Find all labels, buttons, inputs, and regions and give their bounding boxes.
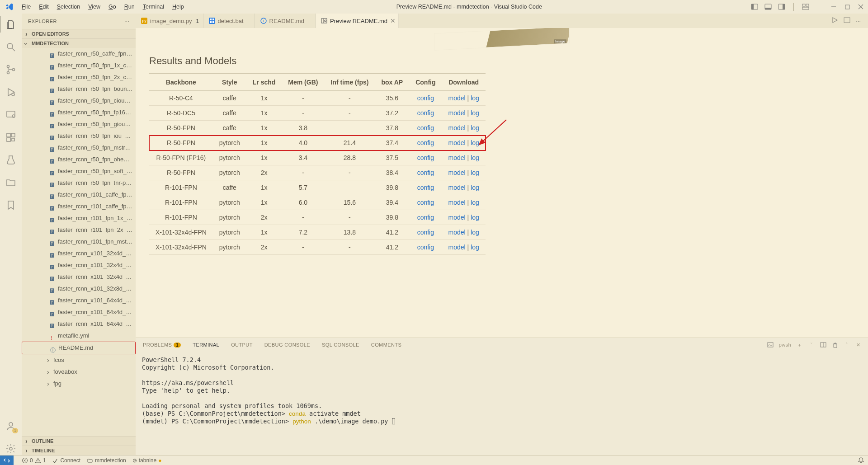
window-maximize-icon[interactable] [844, 3, 851, 10]
testing-icon[interactable] [5, 154, 17, 166]
log-link[interactable]: log [471, 184, 479, 191]
section-timeline[interactable]: TIMELINE [22, 446, 136, 455]
file-item[interactable]: faster_rcnn_x101_64x4d_fpn_2x_c... [22, 306, 136, 318]
file-item[interactable]: faster_rcnn_x101_32x4d_fpn_mstr... [22, 271, 136, 283]
file-item[interactable]: faster_rcnn_r50_fpn_fp16_1x_coc... [22, 107, 136, 118]
explorer-more-icon[interactable]: ··· [124, 19, 129, 24]
model-link[interactable]: model [448, 244, 466, 251]
log-link[interactable]: log [471, 154, 479, 161]
file-item[interactable]: faster_rcnn_r50_fpn_iou_1x_coco.py [22, 130, 136, 142]
config-link[interactable]: config [417, 124, 434, 132]
kill-terminal-icon[interactable] [832, 342, 838, 348]
terminal-content[interactable]: PowerShell 7.2.4 Copyright (c) Microsoft… [136, 352, 868, 455]
log-link[interactable]: log [471, 139, 479, 146]
file-item[interactable]: faster_rcnn_r101_caffe_fpn_mstrai... [22, 201, 136, 212]
status-tabnine[interactable]: ⊚ tabnine ● [132, 457, 162, 464]
config-link[interactable]: config [417, 169, 434, 176]
run-debug-icon[interactable] [5, 86, 17, 99]
settings-gear-icon[interactable] [5, 442, 17, 455]
file-item[interactable]: faster_rcnn_r101_fpn_mstrain_3x_c... [22, 236, 136, 248]
file-readme[interactable]: README.md [22, 342, 136, 354]
folder-item[interactable]: foveabox [22, 366, 136, 378]
account-icon[interactable]: 1 [5, 420, 17, 432]
editor-tab[interactable]: Preview README.md✕ [316, 14, 399, 28]
panel-tab-problems[interactable]: PROBLEMS1 [142, 342, 182, 348]
split-editor-icon[interactable] [844, 17, 850, 25]
model-link[interactable]: model [448, 154, 466, 161]
toggle-panel-bottom-icon[interactable] [764, 3, 772, 10]
file-item[interactable]: faster_rcnn_r50_fpn_mstrain_3x_c... [22, 142, 136, 154]
log-link[interactable]: log [471, 169, 479, 176]
run-icon[interactable] [831, 17, 838, 25]
log-link[interactable]: log [471, 244, 479, 251]
panel-tab-terminal[interactable]: TERMINAL [192, 342, 220, 348]
log-link[interactable]: log [471, 124, 479, 132]
search-icon[interactable] [5, 41, 17, 53]
file-item[interactable]: faster_rcnn_r50_fpn_bounded_iou... [22, 83, 136, 95]
panel-tab-sql-console[interactable]: SQL CONSOLE [321, 342, 360, 348]
file-item[interactable]: faster_rcnn_r101_caffe_fpn_1x_coc... [22, 189, 136, 201]
panel-tab-debug-console[interactable]: DEBUG CONSOLE [264, 342, 311, 348]
file-item[interactable]: faster_rcnn_r50_fpn_2x_coco.py [22, 71, 136, 83]
file-item[interactable]: faster_rcnn_x101_64x4d_fpn_mstr... [22, 318, 136, 330]
toggle-panel-left-icon[interactable] [751, 3, 758, 10]
more-actions-icon[interactable]: ··· [856, 18, 861, 24]
editor-tab[interactable]: pyimage_demo.py1 [136, 14, 203, 28]
file-item[interactable]: faster_rcnn_x101_32x4d_fpn_1x_c... [22, 248, 136, 259]
menu-go[interactable]: Go [105, 2, 120, 12]
file-item[interactable]: faster_rcnn_r50_fpn_giou_1x_coco... [22, 118, 136, 130]
editor-tab[interactable]: iREADME.md [255, 14, 316, 28]
terminal-shell-icon[interactable] [767, 342, 774, 348]
section-workspace[interactable]: MMDETECTION [22, 38, 136, 48]
file-item[interactable]: faster_rcnn_x101_64x4d_fpn_1x_c... [22, 295, 136, 306]
bookmark-icon[interactable] [5, 199, 17, 211]
config-link[interactable]: config [417, 214, 434, 221]
config-link[interactable]: config [417, 94, 434, 102]
panel-tab-output[interactable]: OUTPUT [230, 342, 254, 348]
config-link[interactable]: config [417, 199, 434, 206]
terminal-dropdown-icon[interactable]: ˇ [808, 342, 815, 348]
log-link[interactable]: log [471, 214, 479, 221]
editor-tab[interactable]: detect.bat [203, 14, 255, 28]
remote-explorer-icon[interactable] [5, 108, 17, 121]
remote-indicator[interactable] [0, 456, 14, 465]
file-item[interactable]: faster_rcnn_r101_fpn_1x_coco.py [22, 212, 136, 224]
file-item[interactable]: faster_rcnn_r101_fpn_2x_coco.py [22, 224, 136, 236]
folder-item[interactable]: fpg [22, 378, 136, 390]
section-open-editors[interactable]: OPEN EDITORS [22, 29, 136, 38]
markdown-preview[interactable]: Results and Models BackboneStyleLr schdM… [136, 28, 868, 338]
file-item[interactable]: faster_rcnn_x101_32x4d_fpn_2x_c... [22, 259, 136, 271]
toggle-panel-right-icon[interactable] [778, 3, 785, 10]
section-outline[interactable]: OUTLINE [22, 436, 136, 446]
new-terminal-icon[interactable]: ＋ [797, 342, 803, 348]
menu-selection[interactable]: Selection [53, 2, 84, 12]
panel-tab-comments[interactable]: COMMENTS [370, 342, 402, 348]
config-link[interactable]: config [417, 184, 434, 191]
menu-file[interactable]: File [18, 2, 34, 12]
config-link[interactable]: config [417, 229, 434, 236]
log-link[interactable]: log [471, 94, 479, 102]
menu-edit[interactable]: Edit [35, 2, 52, 12]
model-link[interactable]: model [448, 229, 466, 236]
customize-layout-icon[interactable] [802, 3, 809, 10]
log-link[interactable]: log [471, 229, 479, 236]
split-terminal-icon[interactable] [820, 342, 826, 348]
file-item[interactable]: faster_rcnn_r50_fpn_soft_nms_1x_... [22, 165, 136, 177]
config-link[interactable]: config [417, 139, 434, 146]
config-link[interactable]: config [417, 154, 434, 161]
tab-close-icon[interactable]: ✕ [390, 17, 396, 24]
status-connect[interactable]: Connect [52, 457, 80, 464]
file-item[interactable]: faster_rcnn_r50_fpn_ohem_1x_coc... [22, 154, 136, 165]
model-link[interactable]: model [448, 109, 466, 117]
config-link[interactable]: config [417, 109, 434, 117]
model-link[interactable]: model [448, 169, 466, 176]
maximize-panel-icon[interactable]: ˆ [844, 342, 850, 348]
model-link[interactable]: model [448, 214, 466, 221]
folder-item[interactable]: fcos [22, 354, 136, 366]
file-item[interactable]: faster_rcnn_x101_32x8d_fpn_mstr... [22, 283, 136, 295]
menu-run[interactable]: Run [121, 2, 138, 12]
model-link[interactable]: model [448, 94, 466, 102]
file-item[interactable]: faster_rcnn_r50_fpn_ciou_1x_coco... [22, 95, 136, 107]
menu-terminal[interactable]: Terminal [139, 2, 168, 12]
window-minimize-icon[interactable] [830, 3, 837, 10]
